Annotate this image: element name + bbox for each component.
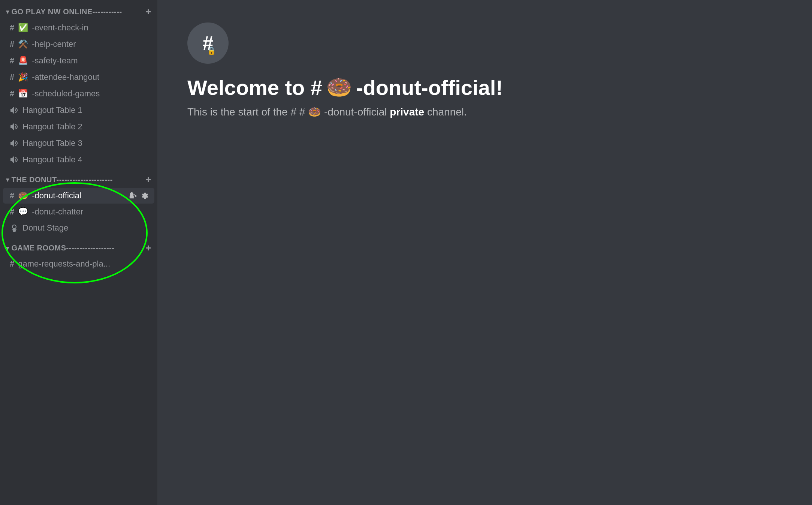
channel-scheduled-games[interactable]: # 📅 -scheduled-games bbox=[3, 86, 154, 102]
category-label: GAME ROOMS------------------ bbox=[12, 244, 115, 252]
channel-name: -event-check-in bbox=[32, 23, 149, 33]
channel-hangout-table-2[interactable]: Hangout Table 2 bbox=[3, 119, 154, 135]
channel-emoji: 🚨 bbox=[18, 56, 28, 66]
category-label: THE DONUT--------------------- bbox=[12, 175, 113, 184]
channel-emoji: 🎉 bbox=[18, 72, 28, 82]
desc-prefix: This is the start of the # bbox=[187, 106, 296, 118]
category-go-play-nw-online[interactable]: ▾ GO PLAY NW ONLINE----------- + bbox=[0, 0, 157, 19]
add-channel-button[interactable]: + bbox=[145, 175, 151, 184]
desc-hash: # bbox=[299, 106, 308, 118]
channel-name: game-requests-and-pla... bbox=[18, 259, 149, 269]
channel-name: -help-center bbox=[32, 39, 149, 49]
chevron-down-icon: ▾ bbox=[6, 244, 9, 252]
hash-icon: # bbox=[10, 207, 14, 217]
gear-icon[interactable] bbox=[141, 192, 149, 200]
speaker-icon bbox=[10, 155, 19, 164]
stage-icon bbox=[10, 223, 19, 232]
channel-header-icon: # 🔒 bbox=[187, 22, 229, 64]
channel-safety-team[interactable]: # 🚨 -safety-team bbox=[3, 53, 154, 69]
main-content: # 🔒 Welcome to # 🍩 -donut-official! This… bbox=[157, 0, 812, 505]
channel-emoji: ⚒️ bbox=[18, 39, 28, 49]
desc-end: channel. bbox=[427, 106, 467, 118]
channel-name: -scheduled-games bbox=[32, 89, 149, 99]
channel-donut-chatter[interactable]: # 💬 -donut-chatter bbox=[3, 204, 154, 220]
hash-icon: # bbox=[10, 56, 14, 66]
channel-name: Hangout Table 1 bbox=[22, 105, 149, 115]
hash-icon: # bbox=[10, 191, 14, 201]
speaker-icon bbox=[10, 122, 19, 131]
speaker-icon bbox=[10, 106, 19, 115]
channel-game-requests[interactable]: # game-requests-and-pla... bbox=[3, 256, 154, 272]
chevron-down-icon: ▾ bbox=[6, 176, 9, 183]
channel-event-check-in[interactable]: # ✅ -event-check-in bbox=[3, 20, 154, 36]
channel-emoji: ✅ bbox=[18, 23, 28, 33]
channel-name: Donut Stage bbox=[22, 223, 149, 233]
donut-emoji-desc: 🍩 bbox=[308, 106, 321, 118]
hash-icon: # bbox=[10, 23, 14, 33]
channel-hangout-table-1[interactable]: Hangout Table 1 bbox=[3, 102, 154, 118]
channel-name: -attendee-hangout bbox=[32, 72, 149, 82]
channel-hangout-table-3[interactable]: Hangout Table 3 bbox=[3, 135, 154, 151]
welcome-suffix: -donut-official! bbox=[356, 75, 503, 100]
welcome-title: Welcome to # 🍩 -donut-official! bbox=[187, 75, 782, 100]
hash-icon: # bbox=[10, 39, 14, 49]
channel-action-buttons bbox=[129, 192, 149, 200]
channel-help-center[interactable]: # ⚒️ -help-center bbox=[3, 36, 154, 52]
channel-name: Hangout Table 4 bbox=[22, 155, 149, 165]
channel-name: Hangout Table 3 bbox=[22, 138, 149, 148]
channel-name: -donut-chatter bbox=[32, 207, 149, 217]
channel-attendee-hangout[interactable]: # 🎉 -attendee-hangout bbox=[3, 69, 154, 85]
hash-icon: # bbox=[10, 72, 14, 82]
desc-channel-name: -donut-official bbox=[324, 106, 390, 118]
channel-name: -safety-team bbox=[32, 56, 149, 66]
channel-emoji: 📅 bbox=[18, 89, 28, 99]
channel-donut-official[interactable]: # 🍩 -donut-official bbox=[3, 188, 154, 204]
channel-hangout-table-4[interactable]: Hangout Table 4 bbox=[3, 152, 154, 168]
hash-icon: # bbox=[10, 259, 14, 269]
channel-name: Hangout Table 2 bbox=[22, 122, 149, 132]
welcome-prefix: Welcome to # bbox=[187, 75, 322, 100]
donut-emoji-title: 🍩 bbox=[326, 75, 352, 100]
category-game-rooms[interactable]: ▾ GAME ROOMS------------------ + bbox=[0, 236, 157, 256]
add-channel-button[interactable]: + bbox=[145, 243, 151, 253]
channel-emoji: 🍩 bbox=[18, 191, 28, 201]
hash-lock-icon-container: # 🔒 bbox=[203, 32, 214, 54]
channel-emoji: 💬 bbox=[18, 207, 28, 217]
category-label: GO PLAY NW ONLINE----------- bbox=[12, 7, 122, 16]
lock-icon: 🔒 bbox=[207, 46, 216, 55]
channel-name: -donut-official bbox=[32, 191, 125, 201]
hash-icon: # bbox=[10, 89, 14, 99]
welcome-description: This is the start of the # # 🍩 -donut-of… bbox=[187, 106, 782, 118]
desc-bold: private bbox=[390, 106, 424, 118]
chevron-down-icon: ▾ bbox=[6, 8, 9, 15]
add-member-icon[interactable] bbox=[129, 192, 137, 200]
category-the-donut[interactable]: ▾ THE DONUT--------------------- + bbox=[0, 168, 157, 187]
channel-donut-stage[interactable]: Donut Stage bbox=[3, 220, 154, 236]
sidebar: ▾ GO PLAY NW ONLINE----------- + # ✅ -ev… bbox=[0, 0, 157, 505]
add-channel-button[interactable]: + bbox=[145, 7, 151, 16]
section-the-donut: ▾ THE DONUT--------------------- + # 🍩 -… bbox=[0, 168, 157, 236]
speaker-icon bbox=[10, 139, 19, 148]
